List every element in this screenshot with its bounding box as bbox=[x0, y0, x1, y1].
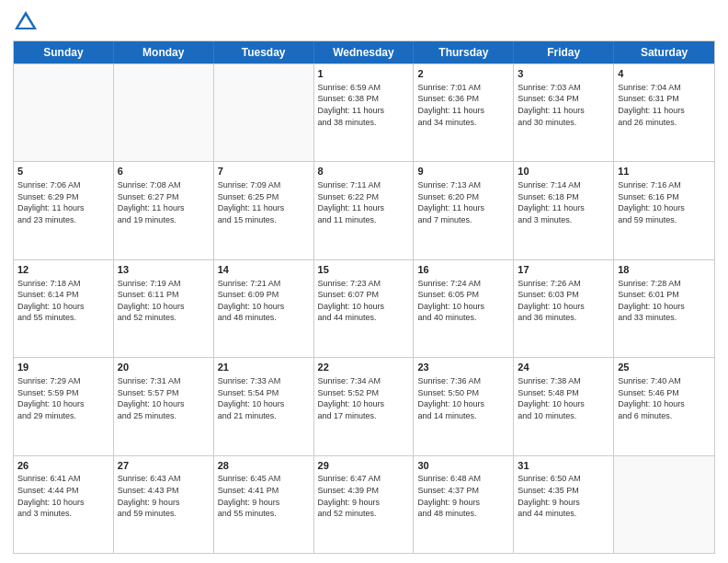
cell-text: Sunrise: 6:45 AMSunset: 4:41 PMDaylight:… bbox=[218, 473, 310, 519]
calendar-cell: 3Sunrise: 7:03 AMSunset: 6:34 PMDaylight… bbox=[514, 64, 614, 161]
calendar-cell: 30Sunrise: 6:48 AMSunset: 4:37 PMDayligh… bbox=[414, 456, 514, 553]
cell-text: Sunrise: 7:40 AMSunset: 5:46 PMDaylight:… bbox=[618, 375, 711, 421]
day-number: 22 bbox=[318, 361, 410, 374]
cell-text: Sunrise: 7:11 AMSunset: 6:22 PMDaylight:… bbox=[318, 179, 410, 225]
day-number: 9 bbox=[417, 165, 509, 178]
calendar-header: SundayMondayTuesdayWednesdayThursdayFrid… bbox=[14, 41, 714, 63]
cell-text: Sunrise: 7:09 AMSunset: 6:25 PMDaylight:… bbox=[218, 179, 310, 225]
day-number: 30 bbox=[417, 459, 509, 473]
calendar-row: 5Sunrise: 7:06 AMSunset: 6:29 PMDaylight… bbox=[14, 161, 714, 259]
cell-text: Sunrise: 6:59 AMSunset: 6:38 PMDaylight:… bbox=[318, 82, 410, 128]
calendar-cell: 19Sunrise: 7:29 AMSunset: 5:59 PMDayligh… bbox=[14, 358, 114, 454]
cell-text: Sunrise: 6:43 AMSunset: 4:43 PMDaylight:… bbox=[118, 473, 210, 519]
calendar-cell: 11Sunrise: 7:16 AMSunset: 6:16 PMDayligh… bbox=[614, 162, 714, 259]
cell-text: Sunrise: 7:26 AMSunset: 6:03 PMDaylight:… bbox=[518, 278, 609, 324]
calendar-cell: 9Sunrise: 7:13 AMSunset: 6:20 PMDaylight… bbox=[414, 162, 514, 259]
day-number: 14 bbox=[218, 263, 310, 277]
day-number: 13 bbox=[118, 263, 210, 277]
calendar-row: 1Sunrise: 6:59 AMSunset: 6:38 PMDaylight… bbox=[14, 63, 714, 161]
cell-text: Sunrise: 7:04 AMSunset: 6:31 PMDaylight:… bbox=[618, 82, 711, 128]
calendar-cell: 24Sunrise: 7:38 AMSunset: 5:48 PMDayligh… bbox=[514, 358, 614, 454]
cell-text: Sunrise: 6:41 AMSunset: 4:44 PMDaylight:… bbox=[17, 473, 109, 519]
cell-text: Sunrise: 6:47 AMSunset: 4:39 PMDaylight:… bbox=[318, 473, 410, 519]
day-number: 17 bbox=[518, 263, 609, 277]
calendar-cell bbox=[14, 64, 114, 161]
weekday-header: Sunday bbox=[14, 41, 114, 63]
day-number: 26 bbox=[17, 459, 109, 473]
day-number: 21 bbox=[218, 361, 310, 374]
calendar-cell: 16Sunrise: 7:24 AMSunset: 6:05 PMDayligh… bbox=[414, 260, 514, 357]
day-number: 20 bbox=[118, 361, 210, 374]
day-number: 1 bbox=[318, 67, 410, 81]
calendar-cell: 26Sunrise: 6:41 AMSunset: 4:44 PMDayligh… bbox=[14, 456, 114, 553]
calendar-cell bbox=[214, 64, 314, 161]
calendar-cell: 10Sunrise: 7:14 AMSunset: 6:18 PMDayligh… bbox=[514, 162, 614, 259]
calendar-cell: 22Sunrise: 7:34 AMSunset: 5:52 PMDayligh… bbox=[314, 358, 415, 454]
calendar-row: 12Sunrise: 7:18 AMSunset: 6:14 PMDayligh… bbox=[14, 259, 714, 357]
cell-text: Sunrise: 7:03 AMSunset: 6:34 PMDaylight:… bbox=[518, 82, 609, 128]
calendar: SundayMondayTuesdayWednesdayThursdayFrid… bbox=[13, 40, 715, 554]
calendar-row: 19Sunrise: 7:29 AMSunset: 5:59 PMDayligh… bbox=[14, 357, 714, 454]
cell-text: Sunrise: 7:33 AMSunset: 5:54 PMDaylight:… bbox=[218, 375, 310, 421]
calendar-row: 26Sunrise: 6:41 AMSunset: 4:44 PMDayligh… bbox=[14, 455, 714, 553]
cell-text: Sunrise: 6:50 AMSunset: 4:35 PMDaylight:… bbox=[518, 473, 609, 519]
cell-text: Sunrise: 7:21 AMSunset: 6:09 PMDaylight:… bbox=[218, 278, 310, 324]
calendar-cell bbox=[114, 64, 214, 161]
day-number: 28 bbox=[218, 459, 310, 473]
calendar-cell: 21Sunrise: 7:33 AMSunset: 5:54 PMDayligh… bbox=[214, 358, 314, 454]
day-number: 24 bbox=[518, 361, 609, 374]
page: SundayMondayTuesdayWednesdayThursdayFrid… bbox=[0, 0, 728, 563]
calendar-cell: 13Sunrise: 7:19 AMSunset: 6:11 PMDayligh… bbox=[114, 260, 214, 357]
calendar-body: 1Sunrise: 6:59 AMSunset: 6:38 PMDaylight… bbox=[14, 63, 714, 553]
day-number: 10 bbox=[518, 165, 609, 178]
calendar-cell: 17Sunrise: 7:26 AMSunset: 6:03 PMDayligh… bbox=[514, 260, 614, 357]
day-number: 16 bbox=[417, 263, 509, 277]
cell-text: Sunrise: 7:16 AMSunset: 6:16 PMDaylight:… bbox=[618, 179, 711, 225]
calendar-cell: 14Sunrise: 7:21 AMSunset: 6:09 PMDayligh… bbox=[214, 260, 314, 357]
cell-text: Sunrise: 7:01 AMSunset: 6:36 PMDaylight:… bbox=[417, 82, 509, 128]
day-number: 7 bbox=[218, 165, 310, 178]
cell-text: Sunrise: 7:24 AMSunset: 6:05 PMDaylight:… bbox=[417, 278, 509, 324]
calendar-cell: 31Sunrise: 6:50 AMSunset: 4:35 PMDayligh… bbox=[514, 456, 614, 553]
cell-text: Sunrise: 7:28 AMSunset: 6:01 PMDaylight:… bbox=[618, 278, 711, 324]
weekday-header: Tuesday bbox=[214, 41, 314, 63]
day-number: 5 bbox=[17, 165, 109, 178]
cell-text: Sunrise: 6:48 AMSunset: 4:37 PMDaylight:… bbox=[417, 473, 509, 519]
cell-text: Sunrise: 7:34 AMSunset: 5:52 PMDaylight:… bbox=[318, 375, 410, 421]
day-number: 4 bbox=[618, 67, 711, 81]
weekday-header: Wednesday bbox=[314, 41, 415, 63]
day-number: 23 bbox=[417, 361, 509, 374]
cell-text: Sunrise: 7:18 AMSunset: 6:14 PMDaylight:… bbox=[17, 278, 109, 324]
calendar-cell: 4Sunrise: 7:04 AMSunset: 6:31 PMDaylight… bbox=[614, 64, 714, 161]
weekday-header: Saturday bbox=[614, 41, 714, 63]
logo bbox=[13, 9, 42, 35]
calendar-cell: 25Sunrise: 7:40 AMSunset: 5:46 PMDayligh… bbox=[614, 358, 714, 454]
calendar-cell bbox=[614, 456, 714, 553]
day-number: 11 bbox=[618, 165, 711, 178]
weekday-header: Monday bbox=[114, 41, 214, 63]
cell-text: Sunrise: 7:23 AMSunset: 6:07 PMDaylight:… bbox=[318, 278, 410, 324]
weekday-header: Friday bbox=[514, 41, 614, 63]
calendar-cell: 5Sunrise: 7:06 AMSunset: 6:29 PMDaylight… bbox=[14, 162, 114, 259]
calendar-cell: 15Sunrise: 7:23 AMSunset: 6:07 PMDayligh… bbox=[314, 260, 415, 357]
day-number: 8 bbox=[318, 165, 410, 178]
calendar-cell: 23Sunrise: 7:36 AMSunset: 5:50 PMDayligh… bbox=[414, 358, 514, 454]
cell-text: Sunrise: 7:19 AMSunset: 6:11 PMDaylight:… bbox=[118, 278, 210, 324]
cell-text: Sunrise: 7:08 AMSunset: 6:27 PMDaylight:… bbox=[118, 179, 210, 225]
header bbox=[13, 9, 715, 35]
day-number: 3 bbox=[518, 67, 609, 81]
calendar-cell: 28Sunrise: 6:45 AMSunset: 4:41 PMDayligh… bbox=[214, 456, 314, 553]
cell-text: Sunrise: 7:38 AMSunset: 5:48 PMDaylight:… bbox=[518, 375, 609, 421]
calendar-cell: 12Sunrise: 7:18 AMSunset: 6:14 PMDayligh… bbox=[14, 260, 114, 357]
cell-text: Sunrise: 7:29 AMSunset: 5:59 PMDaylight:… bbox=[17, 375, 109, 421]
day-number: 6 bbox=[118, 165, 210, 178]
calendar-cell: 6Sunrise: 7:08 AMSunset: 6:27 PMDaylight… bbox=[114, 162, 214, 259]
day-number: 18 bbox=[618, 263, 711, 277]
day-number: 25 bbox=[618, 361, 711, 374]
calendar-cell: 20Sunrise: 7:31 AMSunset: 5:57 PMDayligh… bbox=[114, 358, 214, 454]
cell-text: Sunrise: 7:36 AMSunset: 5:50 PMDaylight:… bbox=[417, 375, 509, 421]
calendar-cell: 2Sunrise: 7:01 AMSunset: 6:36 PMDaylight… bbox=[414, 64, 514, 161]
cell-text: Sunrise: 7:06 AMSunset: 6:29 PMDaylight:… bbox=[17, 179, 109, 225]
day-number: 2 bbox=[417, 67, 509, 81]
day-number: 19 bbox=[17, 361, 109, 374]
